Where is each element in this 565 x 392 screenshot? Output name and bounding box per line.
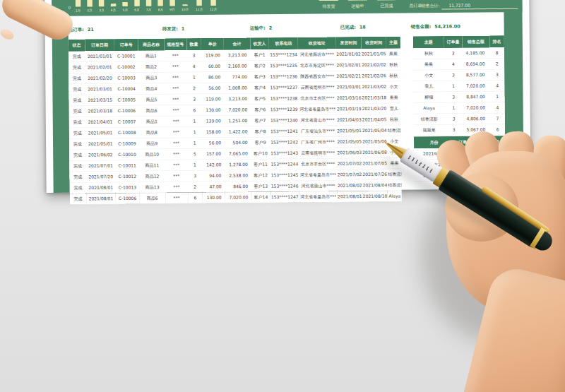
column-header[interactable]: 销售总额 [476, 136, 505, 148]
table-cell[interactable]: 2021/08/01 [86, 182, 115, 194]
table-cell[interactable]: 3 [186, 50, 201, 61]
table-cell[interactable]: 504.00 [225, 137, 251, 148]
table-cell[interactable]: 7,020.00 [225, 105, 251, 116]
table-cell[interactable]: 2021/03/02 [362, 81, 387, 93]
table-cell[interactable]: 结香流影 [414, 114, 445, 125]
column-header[interactable]: 订单量 [444, 36, 463, 48]
table-cell[interactable]: 客户3 [251, 71, 269, 83]
table-cell[interactable]: 158.00 [202, 126, 225, 138]
table-cell[interactable]: C-10008 [115, 127, 139, 138]
table-cell[interactable]: *** [165, 148, 187, 160]
table-cell[interactable]: 56.00 [201, 83, 224, 94]
table-cell[interactable]: 8 [489, 47, 504, 58]
table-cell[interactable]: *** [164, 50, 186, 61]
table-cell[interactable]: 商品1 [138, 116, 165, 127]
table-cell[interactable]: 商品6 [139, 193, 165, 204]
column-header[interactable]: 排名 [489, 35, 504, 47]
table-cell[interactable]: 完成 [69, 52, 85, 62]
table-cell[interactable]: 商品5 [138, 94, 165, 105]
table-cell[interactable]: C-10011 [115, 160, 139, 172]
table-cell[interactable]: 果果 [387, 92, 401, 103]
table-cell[interactable]: 153****1244 [270, 159, 299, 170]
table-cell[interactable]: 秋秋 [413, 48, 444, 59]
table-cell[interactable]: 153****1239 [269, 104, 298, 115]
table-cell[interactable]: 7,020.00 [463, 102, 490, 114]
table-cell[interactable]: 153****1247 [270, 191, 299, 203]
table-cell[interactable]: C-10006 [114, 105, 138, 117]
table-cell[interactable]: 4 [444, 59, 463, 70]
column-header[interactable]: 收货人 [250, 37, 268, 49]
table-cell[interactable]: 2 [188, 182, 203, 193]
table-cell[interactable]: 客户1 [250, 49, 268, 60]
table-cell[interactable]: C-10013 [115, 182, 139, 194]
table-cell[interactable]: C-10009 [115, 138, 139, 150]
table-cell[interactable]: 客户5 [251, 93, 269, 105]
column-header[interactable]: 销售总额 [462, 36, 489, 48]
table-cell[interactable]: 2021/04/05 [362, 114, 387, 126]
table-cell[interactable]: 2021/05/01 [337, 125, 362, 136]
table-cell[interactable]: 2021/05/04 [362, 125, 387, 136]
table-cell[interactable]: 153****1236 [269, 71, 298, 83]
table-cell[interactable]: 5 [187, 148, 202, 160]
table-cell[interactable]: 2021/06/08 [362, 147, 388, 158]
column-header[interactable]: 主题 [413, 36, 444, 48]
table-cell[interactable]: 客户12 [251, 170, 270, 181]
table-cell[interactable]: 2021/05/06 [362, 136, 387, 148]
table-cell[interactable]: *** [165, 138, 187, 149]
table-cell[interactable]: 2 [489, 59, 504, 70]
table-cell[interactable]: 云南省昆明市**** [299, 148, 337, 159]
table-cell[interactable]: 2021/06/03 [337, 147, 362, 158]
column-header[interactable]: 规格型号 [164, 38, 186, 50]
table-cell[interactable]: 2,538.00 [225, 170, 251, 182]
table-cell[interactable]: Alaya [388, 191, 402, 202]
table-cell[interactable]: 1 [490, 91, 505, 102]
table-cell[interactable]: C-10012 [115, 171, 139, 182]
table-cell[interactable] [476, 159, 505, 170]
table-cell[interactable]: 2021/07/20 [86, 171, 115, 182]
table-cell[interactable]: 130.00 [202, 105, 225, 116]
table-cell[interactable]: 2021/03/16 [336, 93, 362, 104]
table-cell[interactable]: 2021/02/21 [336, 71, 362, 82]
table-cell[interactable]: 小文 [387, 147, 401, 158]
table-cell[interactable]: C-10001 [114, 51, 138, 62]
table-cell[interactable]: 2021/07/05 [362, 158, 388, 170]
table-cell[interactable]: 2021/08/01 [337, 191, 362, 202]
table-cell[interactable]: C-10003 [114, 73, 138, 84]
table-cell[interactable]: 846.00 [225, 181, 251, 192]
table-cell[interactable]: 果果 [387, 158, 401, 169]
table-cell[interactable]: 8,694.00 [463, 59, 490, 70]
table-cell[interactable]: 3 [444, 48, 463, 59]
table-cell[interactable]: 3 [490, 69, 505, 81]
table-cell[interactable]: 4,185.00 [463, 48, 490, 59]
table-cell[interactable]: 雪儿 [387, 103, 401, 114]
table-cell[interactable]: 小文 [387, 81, 401, 93]
table-cell[interactable]: 完成 [69, 106, 86, 117]
table-cell[interactable]: 6 [187, 105, 202, 116]
table-cell[interactable]: 2021/07/02 [337, 169, 362, 180]
table-cell[interactable]: 客户4 [251, 82, 269, 93]
table-cell[interactable]: 3,213.00 [224, 93, 251, 105]
table-cell[interactable]: 1 [444, 81, 463, 92]
table-cell[interactable]: 153****1240 [270, 115, 299, 126]
table-cell[interactable]: 商品2 [138, 61, 165, 73]
table-cell[interactable]: 秋秋 [387, 114, 401, 125]
table-cell[interactable]: C-10007 [115, 117, 139, 128]
table-cell[interactable]: 2021/05/01 [85, 127, 114, 138]
table-cell[interactable]: 1,251.00 [225, 115, 251, 126]
table-cell[interactable]: 153****1242 [270, 137, 299, 148]
table-cell[interactable]: 774.00 [224, 71, 251, 83]
table-cell[interactable]: 2021/03/18 [362, 93, 387, 104]
table-cell[interactable]: 2021/02/20 [85, 73, 114, 84]
table-cell[interactable]: 河北省秦皇岛市*** [299, 170, 338, 181]
table-cell[interactable]: 完成 [69, 95, 85, 106]
table-cell[interactable]: 2021/01/02 [336, 49, 362, 60]
table-cell[interactable]: 商品4 [138, 83, 165, 95]
table-cell[interactable]: 3 [444, 92, 463, 103]
table-cell[interactable]: 完成 [69, 73, 85, 84]
table-cell[interactable]: 北京市丰台区**** [299, 93, 337, 104]
column-header[interactable]: 商品名称 [138, 39, 164, 51]
table-cell[interactable]: 结香流影 [387, 125, 401, 136]
table-cell[interactable]: 7,065.00 [225, 148, 251, 160]
table-cell[interactable]: 47.00 [203, 182, 225, 193]
table-cell[interactable]: 2021/02/26 [362, 71, 387, 82]
